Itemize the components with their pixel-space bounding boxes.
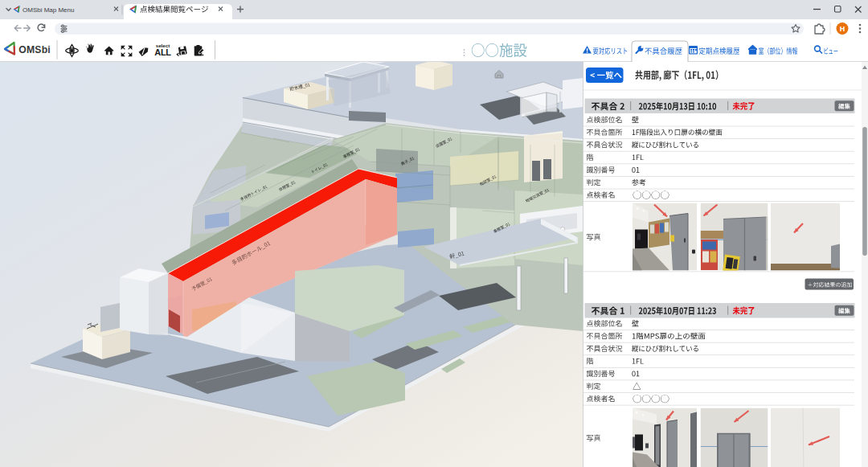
svg-text:OMSbi Map Menu: OMSbi Map Menu xyxy=(23,6,74,14)
svg-text:OMSbi: OMSbi xyxy=(18,44,51,55)
svg-text:ALL: ALL xyxy=(154,47,171,57)
svg-text:H: H xyxy=(840,25,845,33)
